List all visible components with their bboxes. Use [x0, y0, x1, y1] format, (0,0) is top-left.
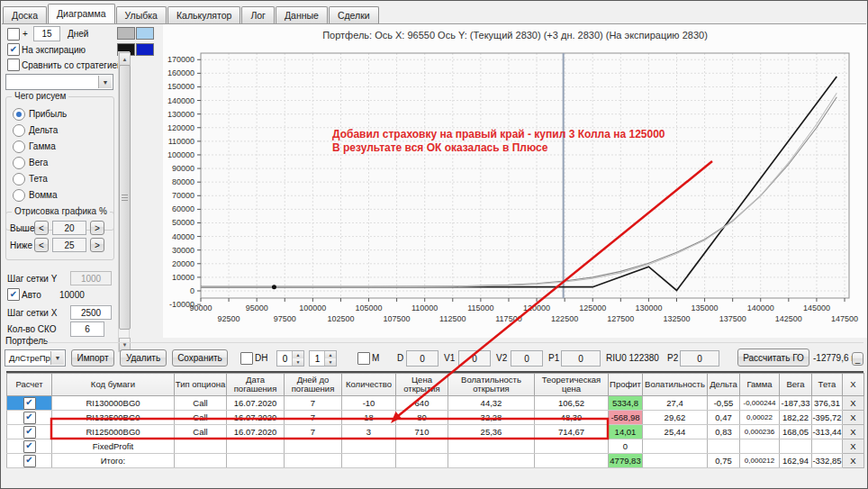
- compare-strategy-checkbox[interactable]: ✔: [7, 59, 20, 71]
- radio-delta[interactable]: [13, 124, 25, 137]
- v1-input[interactable]: 0: [458, 350, 491, 367]
- cell-code: RI130000BG0: [52, 396, 175, 411]
- above-decrease-button[interactable]: <: [34, 221, 49, 235]
- cell-theor: [535, 439, 609, 454]
- sidebar-scrollbar[interactable]: ▲ ▼: [118, 51, 130, 352]
- auto-checkbox[interactable]: ✔: [7, 288, 20, 301]
- days-label: Дней: [68, 29, 88, 39]
- render-percent-group: Отрисовка графика %: [5, 212, 114, 260]
- cell-price: [396, 439, 448, 454]
- below-decrease-button[interactable]: <: [34, 238, 49, 252]
- cell-gamma: 0,00022: [740, 411, 780, 425]
- auto-value-label: 10000: [59, 290, 85, 300]
- radio-theta[interactable]: [13, 173, 25, 186]
- cell-vol: [643, 454, 708, 468]
- row-checkbox[interactable]: ✔: [23, 440, 36, 453]
- scroll-thumb[interactable]: [119, 65, 131, 330]
- calculate-go-button[interactable]: Рассчитать ГО: [737, 349, 809, 367]
- tab-log[interactable]: Лог: [241, 6, 275, 23]
- payoff-chart: 1700001600001500001400001300001200001100…: [163, 26, 867, 338]
- radio-vega[interactable]: [13, 157, 25, 169]
- days-color-swatch-2[interactable]: [136, 27, 154, 40]
- below-value[interactable]: 25: [52, 238, 86, 252]
- cell-qty: [342, 439, 396, 454]
- row-delete-button[interactable]: X: [843, 454, 864, 468]
- row-delete-button[interactable]: X: [843, 425, 864, 439]
- sko-count-input[interactable]: 6: [70, 321, 104, 337]
- radio-gamma[interactable]: [13, 140, 25, 153]
- grid-step-y-label: Шаг сетки Y: [7, 274, 57, 284]
- grid-step-y-input[interactable]: 1000: [70, 271, 112, 285]
- cell-theor: 106,52: [535, 396, 609, 411]
- above-increase-button[interactable]: >: [90, 221, 104, 235]
- portfolio-select[interactable]: ДлСтреПр51 ▼: [5, 349, 66, 367]
- row-checkbox[interactable]: ✔: [23, 426, 36, 439]
- cell-vol-open: 32,28: [448, 411, 535, 425]
- spin-down-icon[interactable]: ▼: [324, 358, 336, 366]
- cell-type: Call: [175, 396, 227, 411]
- expiration-checkbox[interactable]: ✔: [7, 43, 20, 56]
- radio-vomma[interactable]: [13, 189, 25, 202]
- scroll-up-button[interactable]: ▲: [119, 52, 131, 66]
- tab-dannye[interactable]: Данные: [276, 6, 328, 23]
- tab-ulybka[interactable]: Улыбка: [116, 6, 167, 23]
- chevron-down-icon[interactable]: ▼: [50, 351, 64, 365]
- v2-label: V2: [496, 353, 507, 363]
- col-theor-price: Теоретическая цена: [535, 374, 609, 396]
- annotation-line-1: Добавил страховку на правый край - купил…: [332, 128, 665, 141]
- below-increase-button[interactable]: >: [90, 238, 104, 252]
- tab-diagramma[interactable]: Диаграмма: [48, 4, 115, 23]
- d-input[interactable]: 0: [406, 350, 439, 367]
- days-color-swatch-1[interactable]: [117, 27, 135, 40]
- col-code: Код бумаги: [52, 374, 175, 396]
- cell-theor: 714,67: [535, 425, 609, 439]
- row-delete-button[interactable]: X: [843, 396, 864, 411]
- p2-input[interactable]: 0: [680, 350, 719, 367]
- m-label: M: [372, 353, 379, 363]
- dh-checkbox[interactable]: ✔: [240, 352, 253, 365]
- cell-qty: -10: [342, 396, 396, 411]
- grid-step-x-input[interactable]: 2500: [70, 305, 112, 320]
- spinner-2[interactable]: 1 ▲ ▼: [309, 350, 337, 367]
- cell-delta: [708, 439, 740, 454]
- annotation-line-2: В результате вся ОК оказалась в Плюсе: [332, 141, 665, 155]
- radio-pribyl[interactable]: [13, 108, 25, 121]
- m-checkbox[interactable]: ✔: [357, 352, 370, 365]
- delete-button[interactable]: Удалить: [120, 349, 167, 367]
- cell-days: 7: [285, 425, 342, 439]
- row-checkbox[interactable]: ✔: [23, 412, 36, 424]
- table-row: ✔ FixedProfit 0 X: [7, 439, 864, 454]
- spinner-1[interactable]: 0 ▲ ▼: [276, 350, 304, 367]
- row-select-cell: ✔: [7, 396, 52, 411]
- svg-text:102500: 102500: [327, 314, 354, 323]
- v2-input[interactable]: 0: [511, 350, 543, 367]
- tab-doska[interactable]: Доска: [3, 6, 47, 23]
- cell-qty: [342, 454, 396, 468]
- save-button[interactable]: Сохранить: [172, 349, 228, 367]
- row-delete-button[interactable]: X: [843, 411, 864, 425]
- expiration-color-swatch-2[interactable]: [136, 43, 154, 56]
- col-vega: Вега: [780, 374, 812, 396]
- spin-down-icon[interactable]: ▼: [292, 358, 303, 366]
- cell-date: [227, 454, 285, 468]
- days-input[interactable]: 15: [33, 26, 60, 41]
- days-checkbox[interactable]: ✔: [7, 28, 20, 41]
- cell-profit: -568,98: [609, 411, 643, 425]
- above-value[interactable]: 20: [52, 221, 86, 235]
- cell-qty: 3: [342, 425, 396, 439]
- strategy-select[interactable]: ▼: [5, 74, 113, 90]
- collapse-button[interactable]: _: [852, 352, 863, 366]
- svg-text:145000: 145000: [803, 303, 830, 312]
- import-button[interactable]: Импорт: [71, 349, 114, 367]
- tab-sdelki[interactable]: Сделки: [329, 6, 379, 23]
- row-checkbox[interactable]: ✔: [23, 397, 36, 410]
- cell-price: 80: [396, 411, 448, 425]
- chevron-down-icon[interactable]: ▼: [98, 76, 112, 88]
- tab-kalkulyator[interactable]: Калькулятор: [167, 6, 240, 23]
- row-checkbox[interactable]: ✔: [23, 455, 36, 467]
- row-delete-button[interactable]: X: [843, 439, 864, 454]
- p1-input[interactable]: 0: [561, 350, 601, 367]
- row-select-cell: ✔: [7, 425, 52, 439]
- svg-text:50000: 50000: [172, 218, 194, 227]
- cell-type: [175, 439, 227, 454]
